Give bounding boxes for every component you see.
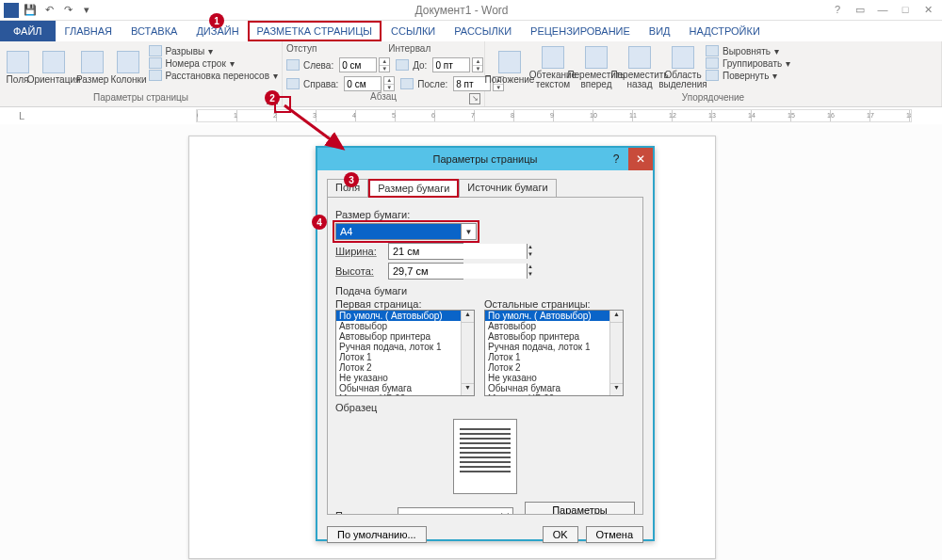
- paper-size-label: Размер бумаги:: [335, 209, 635, 220]
- spacing-before-icon: [396, 59, 409, 71]
- orientation-icon: [42, 51, 65, 73]
- hyphenation-button[interactable]: Расстановка переносов ▾: [149, 70, 278, 81]
- default-button[interactable]: По умолчанию...: [327, 526, 427, 543]
- backward-icon: [628, 46, 651, 69]
- minimize-icon[interactable]: —: [874, 4, 891, 16]
- tab-page-layout[interactable]: РАЗМЕТКА СТРАНИЦЫ: [248, 21, 382, 41]
- ok-button[interactable]: OK: [543, 526, 578, 543]
- paper-size-combo[interactable]: A4 ▼: [335, 223, 477, 240]
- cancel-button[interactable]: Отмена: [586, 526, 643, 543]
- spacing-header: Интервал: [388, 43, 430, 54]
- align-button[interactable]: Выровнять ▾: [706, 45, 790, 56]
- redo-icon[interactable]: ↷: [60, 3, 75, 18]
- tab-file[interactable]: ФАЙЛ: [0, 21, 56, 41]
- dialog-tabs: Поля Размер бумаги Источник бумаги: [317, 170, 653, 197]
- window-controls: ? ▭ — □ ✕: [829, 4, 942, 16]
- tab-review[interactable]: РЕЦЕНЗИРОВАНИЕ: [521, 21, 640, 41]
- restore-icon[interactable]: □: [897, 4, 914, 16]
- group-icon: [706, 57, 719, 69]
- quick-access-toolbar: 💾 ↶ ↷ ▾: [0, 3, 94, 18]
- size-icon: [81, 51, 104, 73]
- apply-to-select[interactable]: ко всему документу: [398, 507, 513, 515]
- ribbon-options-icon[interactable]: ▭: [852, 4, 869, 16]
- rotate-icon: [706, 70, 719, 81]
- paragraph-launcher[interactable]: ↘: [469, 93, 480, 104]
- indent-header: Отступ: [286, 43, 317, 54]
- undo-icon[interactable]: ↶: [41, 3, 57, 18]
- line-numbers-button[interactable]: Номера строк ▾: [149, 57, 278, 69]
- spacing-before-input[interactable]: ▲▼: [432, 57, 483, 72]
- close-icon[interactable]: ✕: [919, 4, 936, 16]
- sample-label: Образец: [335, 402, 635, 413]
- position-icon: [498, 51, 521, 73]
- dialog-body: Размер бумаги: A4 ▼ Ширина: ▲▼ Высота: ▲…: [327, 197, 643, 515]
- tab-addins[interactable]: НАДСТРОЙКИ: [680, 21, 770, 41]
- dialog-close-icon[interactable]: ✕: [628, 148, 653, 170]
- breaks-icon: [149, 45, 162, 56]
- dialog-title: Параметры страницы: [433, 153, 538, 165]
- dialog-help-icon[interactable]: ?: [604, 148, 628, 170]
- group-label-page-setup: Параметры страницы↘: [4, 92, 278, 104]
- dialog-footer: По умолчанию... OK Отмена: [317, 522, 653, 551]
- help-icon[interactable]: ?: [829, 4, 846, 16]
- align-icon: [706, 45, 719, 56]
- sample-preview: [453, 419, 517, 494]
- tab-home[interactable]: ГЛАВНАЯ: [56, 21, 122, 41]
- spacing-after-icon: [400, 78, 414, 89]
- breaks-button[interactable]: Разрывы ▾: [149, 45, 278, 56]
- other-pages-listbox[interactable]: По умолч. ( Автовыбор) Автовыбор Автовыб…: [484, 310, 624, 396]
- height-input[interactable]: ▲▼: [388, 263, 463, 280]
- position-button[interactable]: Положение: [489, 43, 530, 92]
- other-pages-label: Остальные страницы:: [484, 298, 624, 310]
- rotate-button[interactable]: Повернуть ▾: [706, 70, 790, 81]
- selection-pane-button[interactable]: Область выделения: [662, 43, 704, 92]
- group-button[interactable]: Группировать ▾: [706, 57, 790, 69]
- callout-1: 1: [209, 13, 224, 28]
- save-icon[interactable]: 💾: [23, 3, 38, 18]
- dialog-title-bar[interactable]: Параметры страницы ? ✕: [317, 148, 653, 170]
- callout-4: 4: [312, 215, 327, 230]
- columns-button[interactable]: Колонки: [110, 43, 146, 92]
- ribbon: Поля Ориентация Размер Колонки Разрывы ▾…: [0, 41, 942, 107]
- first-page-label: Первая страница:: [335, 298, 475, 310]
- indent-left-input[interactable]: ▲▼: [339, 57, 390, 72]
- page-setup-dialog: Параметры страницы ? ✕ Поля Размер бумаг…: [316, 146, 655, 541]
- scrollbar[interactable]: ▲▼: [461, 311, 474, 395]
- send-backward-button[interactable]: Переместить назад: [619, 43, 660, 92]
- ribbon-tabs: ФАЙЛ ГЛАВНАЯ ВСТАВКА ДИЗАЙН РАЗМЕТКА СТР…: [0, 21, 942, 41]
- indent-right-icon: [286, 78, 300, 89]
- first-page-listbox[interactable]: По умолч. ( Автовыбор) Автовыбор Автовыб…: [335, 310, 475, 396]
- selection-icon: [672, 46, 694, 69]
- wrap-icon: [542, 46, 564, 69]
- chevron-down-icon[interactable]: ▼: [461, 224, 476, 239]
- tab-insert[interactable]: ВСТАВКА: [122, 21, 187, 41]
- dialog-tab-source[interactable]: Источник бумаги: [459, 179, 556, 198]
- window-title: Документ1 - Word: [94, 4, 829, 17]
- title-bar: 💾 ↶ ↷ ▾ Документ1 - Word ? ▭ — □ ✕: [0, 0, 942, 21]
- hyphenation-icon: [149, 70, 162, 81]
- tab-mailings[interactable]: РАССЫЛКИ: [445, 21, 521, 41]
- tab-references[interactable]: ССЫЛКИ: [382, 21, 445, 41]
- indent-right-input[interactable]: ▲▼: [344, 76, 395, 91]
- margins-icon: [7, 51, 29, 73]
- width-label: Ширина:: [335, 246, 382, 257]
- scrollbar[interactable]: ▲▼: [609, 311, 623, 395]
- line-numbers-icon: [149, 57, 162, 69]
- print-options-button[interactable]: Параметры печати...: [525, 502, 635, 515]
- dialog-tab-paper[interactable]: Размер бумаги: [368, 179, 459, 198]
- qat-customize-icon[interactable]: ▾: [79, 3, 94, 18]
- forward-icon: [585, 46, 608, 69]
- indent-left-icon: [286, 59, 300, 71]
- tab-view[interactable]: ВИД: [640, 21, 680, 41]
- feed-label: Подача бумаги: [335, 285, 635, 296]
- group-page-setup: Поля Ориентация Размер Колонки Разрывы ▾…: [0, 41, 283, 106]
- margins-button[interactable]: Поля: [4, 43, 31, 92]
- horizontal-ruler[interactable]: 0123456789101112131415161718: [196, 109, 912, 122]
- vertical-ruler-label: L: [19, 110, 26, 121]
- width-input[interactable]: ▲▼: [388, 243, 463, 260]
- apply-label: Применить:: [335, 510, 392, 515]
- callout-2: 2: [265, 90, 280, 105]
- group-arrange: Положение Обтекание текстом Переместить …: [485, 41, 942, 106]
- size-button[interactable]: Размер: [76, 43, 108, 92]
- orientation-button[interactable]: Ориентация: [33, 43, 74, 92]
